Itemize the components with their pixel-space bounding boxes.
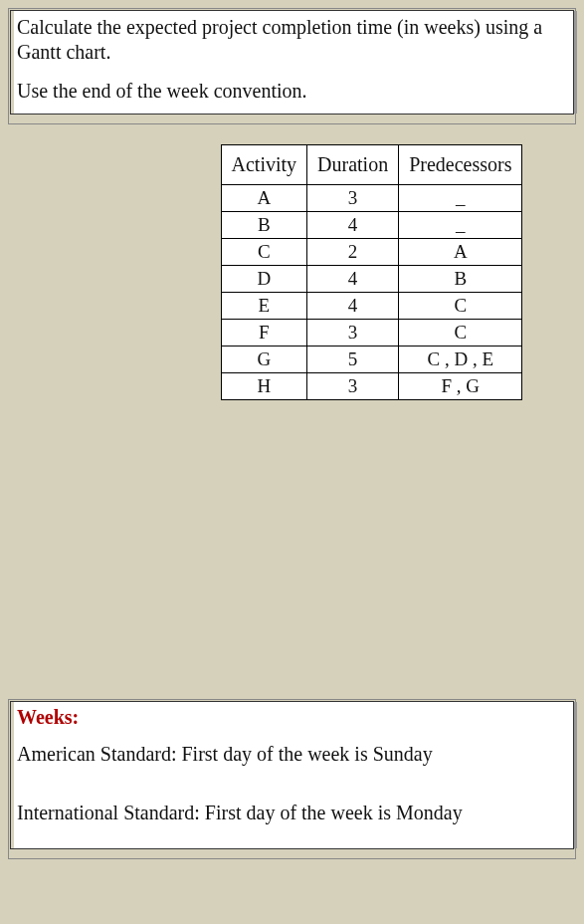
header-activity: Activity <box>221 145 307 185</box>
cell-duration: 4 <box>307 266 399 293</box>
cell-activity: D <box>221 266 307 293</box>
cell-duration: 4 <box>307 293 399 320</box>
header-predecessors: Predecessors <box>399 145 522 185</box>
cell-duration: 3 <box>307 185 399 212</box>
header-duration: Duration <box>307 145 399 185</box>
question-text-2: Use the end of the week convention. <box>17 79 567 104</box>
activity-table-container: Activity Duration Predecessors A3_B4_C2A… <box>8 144 576 400</box>
cell-activity: C <box>221 239 307 266</box>
cell-activity: H <box>221 373 307 400</box>
weeks-title: Weeks: <box>17 706 567 729</box>
cell-predecessors: F , G <box>399 373 522 400</box>
weeks-panel: Weeks: American Standard: First day of t… <box>8 699 576 859</box>
cell-activity: B <box>221 212 307 239</box>
cell-predecessors: C <box>399 293 522 320</box>
table-row: A3_ <box>221 185 522 212</box>
table-row: F3C <box>221 320 522 346</box>
cell-predecessors: _ <box>399 212 522 239</box>
table-row: H3F , G <box>221 373 522 400</box>
cell-predecessors: C <box>399 320 522 346</box>
table-row: C2A <box>221 239 522 266</box>
cell-duration: 3 <box>307 320 399 346</box>
cell-activity: E <box>221 293 307 320</box>
cell-duration: 2 <box>307 239 399 266</box>
cell-activity: G <box>221 346 307 373</box>
question-panel: Calculate the expected project completio… <box>8 8 576 124</box>
question-text-1: Calculate the expected project completio… <box>17 15 567 65</box>
table-row: D4B <box>221 266 522 293</box>
table-row: G5C , D , E <box>221 346 522 373</box>
cell-predecessors: A <box>399 239 522 266</box>
table-row: B4_ <box>221 212 522 239</box>
cell-activity: A <box>221 185 307 212</box>
cell-predecessors: C , D , E <box>399 346 522 373</box>
table-row: E4C <box>221 293 522 320</box>
cell-activity: F <box>221 320 307 346</box>
weeks-international: International Standard: First day of the… <box>17 802 567 824</box>
activity-table: Activity Duration Predecessors A3_B4_C2A… <box>221 144 523 400</box>
cell-predecessors: B <box>399 266 522 293</box>
table-header-row: Activity Duration Predecessors <box>221 145 522 185</box>
cell-predecessors: _ <box>399 185 522 212</box>
cell-duration: 5 <box>307 346 399 373</box>
weeks-american: American Standard: First day of the week… <box>17 743 567 766</box>
cell-duration: 3 <box>307 373 399 400</box>
cell-duration: 4 <box>307 212 399 239</box>
